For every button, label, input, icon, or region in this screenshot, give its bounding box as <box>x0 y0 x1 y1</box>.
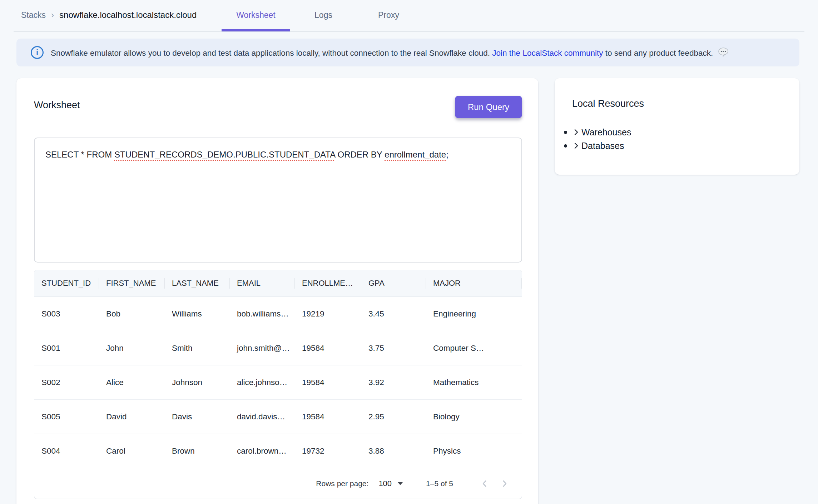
table-cell: 19584 <box>295 400 361 434</box>
sql-query-editor[interactable]: SELECT * FROM STUDENT_RECORDS_DEMO.PUBLI… <box>34 138 522 263</box>
tab-proxy[interactable]: Proxy <box>366 0 411 30</box>
table-cell: S004 <box>34 434 99 468</box>
results-header-row: STUDENT_ID FIRST_NAME LAST_NAME EMAIL EN… <box>34 270 522 297</box>
local-resources-title: Local Resources <box>572 98 644 109</box>
worksheet-panel: Worksheet Run Query SELECT * FROM STUDEN… <box>16 78 538 504</box>
chevron-left-icon <box>479 478 490 489</box>
table-body: S003 Bob Williams bob.williams… 19219 3.… <box>34 297 522 468</box>
table-cell: Williams <box>165 297 230 331</box>
sql-text-middle: ORDER BY <box>335 150 385 159</box>
table-cell: S005 <box>34 400 99 434</box>
column-header-student-id[interactable]: STUDENT_ID <box>34 270 99 296</box>
table-cell: Johnson <box>165 365 230 399</box>
table-cell: 3.92 <box>361 365 426 399</box>
column-header-enrollment[interactable]: ENROLLME… <box>295 270 361 296</box>
table-cell: Engineering <box>426 297 522 331</box>
table-cell: Brown <box>165 434 230 468</box>
table-cell: John <box>99 331 165 365</box>
table-cell: 19584 <box>295 365 361 399</box>
table-cell: 3.88 <box>361 434 426 468</box>
pagination-range: 1–5 of 5 <box>426 479 453 488</box>
active-tab-indicator <box>222 29 290 32</box>
top-nav: Stacks › snowflake.localhost.localstack.… <box>0 0 818 32</box>
table-cell: 3.75 <box>361 331 426 365</box>
table-row[interactable]: S004 Carol Brown carol.brown… 19732 3.88… <box>34 434 522 468</box>
run-query-button[interactable]: Run Query <box>455 96 522 118</box>
table-cell: S002 <box>34 365 99 399</box>
table-cell: S001 <box>34 331 99 365</box>
column-header-first-name[interactable]: FIRST_NAME <box>99 270 165 296</box>
chevron-right-icon <box>572 128 580 136</box>
table-row[interactable]: S003 Bob Williams bob.williams… 19219 3.… <box>34 297 522 331</box>
table-row[interactable]: S002 Alice Johnson alice.johnso… 19584 3… <box>34 365 522 400</box>
next-page-button[interactable] <box>497 476 512 491</box>
dropdown-caret-icon <box>397 482 403 485</box>
info-icon: i <box>31 46 44 59</box>
banner-text-after: to send any product feedback. <box>603 49 713 58</box>
table-cell: David <box>99 400 165 434</box>
resource-tree: Warehouses Databases <box>564 125 631 153</box>
speech-balloon-icon <box>718 47 729 57</box>
column-header-major[interactable]: MAJOR <box>426 270 522 296</box>
table-cell: john.smith@… <box>230 331 295 365</box>
tree-item-label: Warehouses <box>581 127 631 138</box>
table-cell: 2.95 <box>361 400 426 434</box>
table-cell: Computer S… <box>426 331 522 365</box>
tree-item-databases[interactable]: Databases <box>564 139 631 153</box>
table-row[interactable]: S005 David Davis david.davis… 19584 2.95… <box>34 400 522 434</box>
table-cell: Carol <box>99 434 165 468</box>
breadcrumb-current-stack: snowflake.localhost.localstack.cloud <box>59 10 197 20</box>
rows-per-page-label: Rows per page: <box>316 479 368 488</box>
sql-text-prefix: SELECT * FROM <box>45 150 114 159</box>
table-cell: alice.johnso… <box>230 365 295 399</box>
table-cell: Physics <box>426 434 522 468</box>
pagination-bar: Rows per page: 100 1–5 of 5 <box>34 468 522 499</box>
table-cell: Biology <box>426 400 522 434</box>
worksheet-title: Worksheet <box>34 100 80 111</box>
local-resources-panel: Local Resources Warehouses Databases <box>555 78 799 175</box>
results-grid: STUDENT_ID FIRST_NAME LAST_NAME EMAIL EN… <box>34 270 522 499</box>
previous-page-button[interactable] <box>477 476 492 491</box>
table-cell: Alice <box>99 365 165 399</box>
chevron-right-icon <box>572 141 580 150</box>
table-cell: bob.williams… <box>230 297 295 331</box>
table-cell: Bob <box>99 297 165 331</box>
breadcrumb-stacks-link[interactable]: Stacks <box>21 10 46 20</box>
table-cell: S003 <box>34 297 99 331</box>
sql-text-suffix: ; <box>446 150 448 159</box>
tab-logs[interactable]: Logs <box>302 0 345 30</box>
banner-text-before: Snowflake emulator allows you to develop… <box>51 49 492 58</box>
column-header-email[interactable]: EMAIL <box>230 270 295 296</box>
join-community-link[interactable]: Join the LocalStack community <box>492 49 603 58</box>
table-row[interactable]: S001 John Smith john.smith@… 19584 3.75 … <box>34 331 522 365</box>
table-cell: Mathematics <box>426 365 522 399</box>
table-cell: 19732 <box>295 434 361 468</box>
table-cell: Smith <box>165 331 230 365</box>
table-cell: 19584 <box>295 331 361 365</box>
table-cell: carol.brown… <box>230 434 295 468</box>
table-cell: 3.45 <box>361 297 426 331</box>
tab-worksheet[interactable]: Worksheet <box>222 0 290 30</box>
rows-per-page-select[interactable]: 100 <box>378 479 403 488</box>
table-cell: david.davis… <box>230 400 295 434</box>
banner-text: Snowflake emulator allows you to develop… <box>51 47 729 58</box>
rows-per-page-value: 100 <box>378 479 392 488</box>
column-header-last-name[interactable]: LAST_NAME <box>165 270 230 296</box>
sql-order-column: enrollment_date <box>385 150 446 159</box>
chevron-right-icon <box>499 478 510 489</box>
breadcrumb: Stacks › snowflake.localhost.localstack.… <box>21 0 197 30</box>
bullet-icon <box>564 131 567 134</box>
tree-item-warehouses[interactable]: Warehouses <box>564 125 631 139</box>
sql-table-identifier: STUDENT_RECORDS_DEMO.PUBLIC.STUDENT_DATA <box>114 150 335 159</box>
tree-item-label: Databases <box>581 141 624 151</box>
info-banner: i Snowflake emulator allows you to devel… <box>16 39 799 66</box>
breadcrumb-separator-icon: › <box>51 10 54 20</box>
bullet-icon <box>564 144 567 148</box>
table-cell: Davis <box>165 400 230 434</box>
column-header-gpa[interactable]: GPA <box>361 270 426 296</box>
table-cell: 19219 <box>295 297 361 331</box>
